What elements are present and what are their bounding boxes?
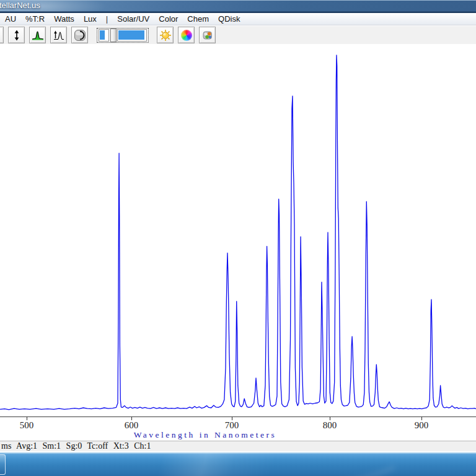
partial-toolbar-button[interactable] [0, 27, 4, 43]
menu-item-lux[interactable]: Lux [84, 14, 97, 24]
slider-thumb[interactable] [110, 29, 117, 42]
toolbar-button-group-right [157, 27, 220, 43]
menu-item-color[interactable]: Color [159, 14, 178, 24]
slider-level-bar [100, 30, 105, 40]
menu-item-tr[interactable]: %T:R [25, 14, 45, 24]
status-bar-text: ms Avg:1 Sm:1 Sg:0 Tc:off Xt:3 Ch:1 [1, 441, 151, 451]
spectrum-scale-button[interactable] [50, 27, 67, 43]
slider-right-track [117, 29, 147, 42]
spectrum-arrow-icon [53, 30, 65, 41]
dark-scope-button[interactable] [71, 27, 88, 43]
x-tick-label-600: 600 [119, 420, 144, 431]
menu-item-watts[interactable]: Watts [54, 14, 74, 24]
x-axis-line [0, 416, 476, 417]
slider-fill-bar [118, 30, 144, 40]
app-window: tellarNet.us AU%T:RWattsLux|Solar/UVColo… [0, 0, 476, 476]
menu-bar: AU%T:RWattsLux|Solar/UVColorChemQDisk [0, 13, 476, 25]
menu-item-au[interactable]: AU [5, 14, 16, 24]
color-3d-button[interactable] [199, 27, 216, 43]
window-title: tellarNet.us [0, 1, 40, 10]
colorwheel-icon [181, 30, 192, 41]
sun-icon [159, 29, 172, 42]
menu-separator: | [106, 14, 108, 24]
slider-left-track [99, 29, 109, 42]
menu-item-qdisk[interactable]: QDisk [218, 14, 240, 24]
intensity-scale-slider[interactable] [97, 28, 149, 43]
color-wheel-button[interactable] [178, 27, 195, 43]
menu-item-solaruv[interactable]: Solar/UV [117, 14, 149, 24]
autoscale-y-button[interactable] [8, 27, 25, 43]
autoscale-y-icon [11, 30, 22, 41]
colorwheel-icon [181, 30, 192, 41]
sun-solar-button[interactable] [157, 27, 174, 43]
x-tick-label-500: 500 [14, 420, 39, 431]
x-tick-label-800: 800 [317, 420, 342, 431]
title-bar[interactable]: tellarNet.us [0, 0, 476, 12]
plot-area[interactable] [0, 44, 476, 441]
taskbar[interactable] [0, 452, 476, 476]
dark-scope-icon [74, 29, 86, 42]
toolbar-button-group-left [8, 27, 92, 43]
menu-item-chem[interactable]: Chem [187, 14, 209, 24]
toolbar [0, 26, 476, 45]
spectrum-green-icon [32, 30, 44, 41]
spectrum-fill-button[interactable] [29, 27, 46, 43]
taskbar-button-fragment[interactable] [0, 454, 6, 475]
status-bar: ms Avg:1 Sm:1 Sg:0 Tc:off Xt:3 Ch:1 [0, 441, 476, 451]
color3d-icon [201, 29, 214, 42]
x-axis-title: Wavelength in Nanometers [0, 430, 410, 440]
x-tick-label-900: 900 [409, 420, 434, 431]
x-tick-label-700: 700 [219, 420, 244, 431]
